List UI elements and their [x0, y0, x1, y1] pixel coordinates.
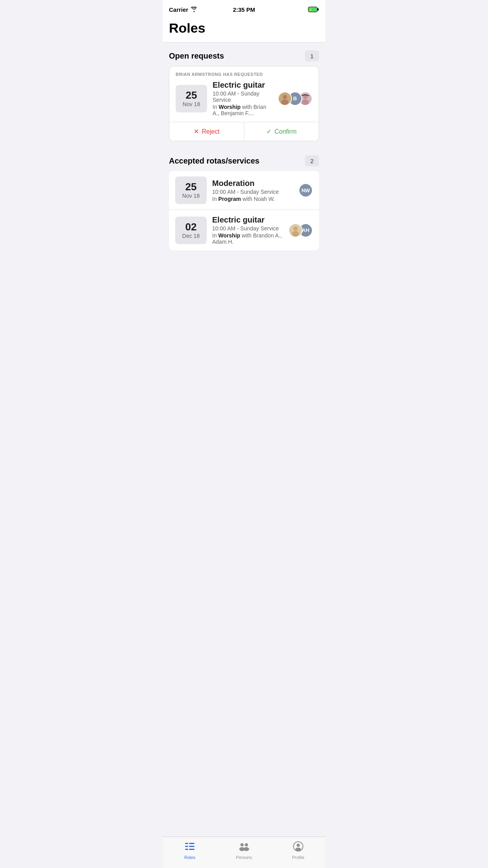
confirm-button[interactable]: ✓ Confirm [244, 122, 319, 141]
avatar-nw: NW [299, 183, 313, 197]
requester-label: BRIAN ARMSTRONG HAS REQUESTED [176, 72, 312, 77]
rota-item-1[interactable]: 02 Dec 18 Electric guitar 10:00 AM - Sun… [169, 210, 319, 250]
request-avatars: B [278, 92, 312, 106]
rota-loc-prefix-1: In [212, 232, 217, 239]
page-title: Roles [169, 20, 319, 36]
location-name: Worship [219, 104, 241, 110]
avatar-brandon [288, 223, 303, 237]
action-buttons: ✕ Reject ✓ Confirm [169, 122, 319, 141]
open-requests-section: Open requests 1 BRIAN ARMSTRONG HAS REQU… [163, 42, 325, 149]
event-title: Electric guitar [213, 81, 272, 90]
event-location: In Worship with Brian A., Benjamin F.... [213, 104, 272, 116]
rota-month-1: Dec 18 [182, 233, 200, 239]
svg-rect-1 [317, 8, 319, 11]
request-date-day: 25 [186, 90, 197, 100]
accepted-rotas-section: Accepted rotas/services 2 25 Nov 18 Mode… [163, 149, 325, 250]
reject-icon: ✕ [194, 128, 199, 135]
event-details: Electric guitar 10:00 AM - Sunday Servic… [213, 81, 272, 116]
accepted-rotas-title: Accepted rotas/services [169, 156, 259, 166]
svg-point-5 [281, 99, 288, 105]
rota-time-0: 10:00 AM - Sunday Service [212, 189, 293, 195]
rota-date-0: 25 Nov 18 [175, 177, 207, 204]
rota-title-0: Moderation [212, 179, 293, 188]
open-requests-title: Open requests [169, 51, 224, 61]
rota-day-1: 02 [185, 222, 197, 232]
svg-point-11 [292, 231, 299, 236]
rota-time-1: 10:00 AM - Sunday Service [212, 225, 283, 232]
avatar-brian [278, 92, 292, 106]
status-right: ⚡ [308, 7, 319, 12]
accepted-rotas-header: Accepted rotas/services 2 [169, 155, 319, 166]
rota-loc-suffix-0: with Noah W. [242, 196, 275, 202]
request-info: 25 Nov 18 Electric guitar 10:00 AM - Sun… [176, 81, 312, 116]
location-prefix: In [213, 104, 217, 110]
request-date-month: Nov 18 [183, 101, 200, 107]
rota-loc-name-1: Worship [218, 232, 240, 239]
confirm-label: Confirm [275, 128, 297, 135]
request-card: BRIAN ARMSTRONG HAS REQUESTED 25 Nov 18 … [169, 66, 319, 141]
reject-button[interactable]: ✕ Reject [169, 122, 244, 141]
wifi-icon [191, 7, 198, 12]
carrier-text: Carrier [169, 6, 188, 13]
rota-avatars-1: AH [288, 223, 313, 237]
request-date-box: 25 Nov 18 [176, 85, 207, 112]
accepted-rotas-badge: 2 [305, 155, 319, 166]
rota-title-1: Electric guitar [212, 215, 283, 224]
battery-icon: ⚡ [308, 7, 319, 12]
svg-point-4 [283, 95, 287, 99]
carrier-info: Carrier [169, 6, 198, 13]
rota-details-1: Electric guitar 10:00 AM - Sunday Servic… [212, 215, 283, 245]
event-time: 10:00 AM - Sunday Service [213, 90, 272, 103]
status-bar: Carrier 2:35 PM ⚡ [163, 0, 325, 17]
rota-day-0: 25 [185, 182, 197, 192]
open-requests-header: Open requests 1 [169, 50, 319, 61]
rota-avatars-0: NW [299, 183, 313, 197]
open-requests-badge: 1 [305, 50, 319, 61]
rota-date-1: 02 Dec 18 [175, 217, 207, 244]
svg-point-10 [294, 226, 298, 231]
rota-loc-name-0: Program [218, 196, 241, 202]
svg-point-8 [302, 99, 309, 105]
status-time: 2:35 PM [233, 6, 255, 13]
reject-label: Reject [202, 128, 220, 135]
rota-month-0: Nov 18 [182, 193, 200, 199]
rota-location-0: In Program with Noah W. [212, 196, 293, 202]
svg-text:⚡: ⚡ [309, 8, 313, 12]
rota-location-1: In Worship with Brandon A., Adam H. [212, 232, 283, 245]
page-title-area: Roles [163, 17, 325, 42]
rota-item-0[interactable]: 25 Nov 18 Moderation 10:00 AM - Sunday S… [169, 171, 319, 210]
confirm-icon: ✓ [266, 128, 272, 135]
rota-loc-prefix-0: In [212, 196, 217, 202]
rota-details-0: Moderation 10:00 AM - Sunday Service In … [212, 179, 293, 202]
